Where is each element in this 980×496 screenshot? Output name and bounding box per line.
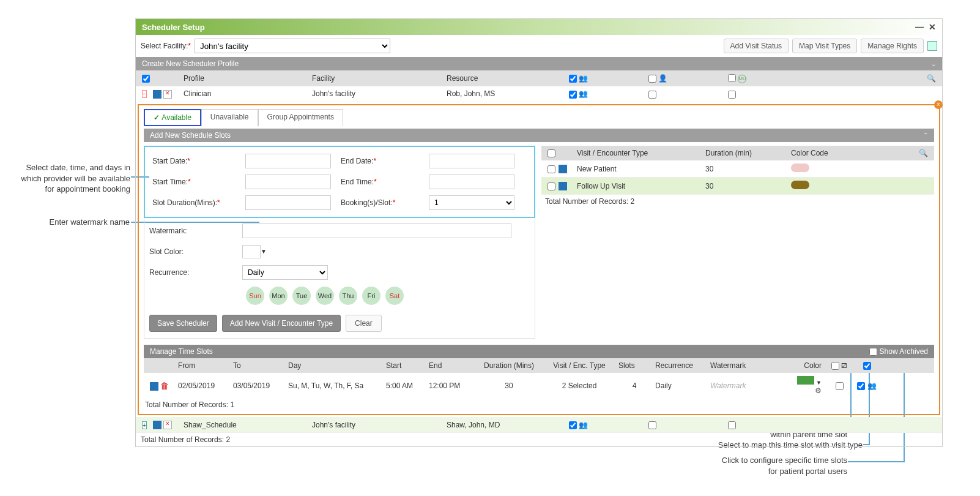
profile-mu-checkbox[interactable]: [728, 91, 736, 99]
schedule-form: Start Date:* End Date:* Start Time:* End…: [144, 146, 535, 339]
configure-subslots-icon[interactable]: ⚙: [815, 386, 822, 395]
expand-icon[interactable]: +: [142, 421, 147, 429]
add-visit-type-button[interactable]: Add New Visit / Encounter Type: [222, 315, 341, 332]
end-date-input[interactable]: [429, 154, 514, 168]
recurrence-label: Recurrence:: [144, 268, 242, 277]
profile-name: Clinician: [181, 88, 310, 99]
edit-icon[interactable]: [153, 90, 161, 99]
mts-recurrence: Daily: [653, 380, 708, 391]
day-mon[interactable]: Mon: [269, 287, 288, 305]
portal-icon: 👥: [867, 381, 877, 390]
facility-select[interactable]: John's facility: [195, 39, 390, 53]
mts-day: Su, M, Tu, W, Th, F, Sa: [286, 380, 384, 391]
day-wed[interactable]: Wed: [316, 287, 334, 305]
visit-row-checkbox[interactable]: [548, 165, 555, 173]
mts-map-checkbox[interactable]: [836, 382, 844, 390]
day-sun[interactable]: Sun: [246, 287, 264, 305]
recurrence-select[interactable]: Daily: [242, 265, 328, 280]
mts-start: 5:00 AM: [384, 380, 426, 391]
visit-row-checkbox[interactable]: [548, 182, 555, 190]
annotation-portal-slots: Click to configure specific time slots f…: [719, 455, 847, 476]
tab-available[interactable]: Available: [144, 109, 201, 126]
day-sat[interactable]: Sat: [385, 287, 404, 305]
day-fri[interactable]: Fri: [362, 287, 380, 305]
facility-toolbar: Select Facility:* John's facility Add Vi…: [136, 35, 942, 57]
select-all-profiles-checkbox[interactable]: [142, 75, 150, 83]
mts-col-start: Start: [384, 360, 426, 371]
profile-group-checkbox[interactable]: [648, 421, 656, 429]
vt-col-color: Color Code: [789, 148, 862, 159]
collapse-icon[interactable]: −: [142, 90, 147, 98]
tabs-row: Available Unavailable Group Appointments: [139, 105, 939, 126]
save-scheduler-button[interactable]: Save Scheduler: [149, 315, 217, 332]
col-people-checkbox[interactable]: [569, 75, 577, 83]
minimize-button[interactable]: —: [915, 22, 924, 32]
tab-group-appointments[interactable]: Group Appointments: [258, 109, 343, 126]
trash-icon[interactable]: 🗑: [160, 381, 169, 391]
mts-portal-all-checkbox[interactable]: [863, 362, 871, 370]
vt-col-duration: Duration (min): [703, 148, 789, 159]
profile-mu-checkbox[interactable]: [728, 421, 736, 429]
mts-color-swatch[interactable]: [797, 376, 814, 385]
mts-col-end: End: [426, 360, 475, 371]
clear-button[interactable]: Clear: [346, 315, 382, 332]
slot-duration-input[interactable]: [245, 195, 331, 210]
manage-rights-button[interactable]: Manage Rights: [861, 39, 924, 53]
delete-icon[interactable]: [163, 90, 172, 99]
mts-col-visit: Visit / Enc. Type: [543, 360, 616, 371]
edit-icon[interactable]: [150, 382, 158, 391]
day-thu[interactable]: Thu: [339, 287, 357, 305]
profiles-total: Total Number of Records: 2: [136, 433, 942, 446]
add-visit-status-button[interactable]: Add Visit Status: [724, 39, 789, 53]
col-facility: Facility: [310, 73, 444, 84]
bookings-label: Booking(s)/Slot:*: [331, 198, 429, 207]
close-button[interactable]: ✕: [929, 22, 936, 32]
mts-col-watermark: Watermark: [708, 360, 787, 371]
show-archived-checkbox[interactable]: [869, 348, 877, 356]
copy-icon[interactable]: [927, 41, 937, 51]
start-time-label: Start Time:*: [147, 178, 245, 186]
bookings-select[interactable]: 1: [429, 195, 514, 210]
start-date-label: Start Date:*: [147, 157, 245, 165]
mts-col-recurrence: Recurrence: [653, 360, 708, 371]
people-icon: 👥: [579, 74, 588, 83]
delete-icon[interactable]: [163, 421, 172, 429]
map-visit-types-button[interactable]: Map Visit Types: [792, 39, 857, 53]
vt-name: Follow Up Visit: [574, 181, 703, 192]
mts-portal-checkbox[interactable]: [857, 382, 865, 390]
watermark-input[interactable]: [242, 224, 511, 238]
edit-icon[interactable]: [559, 182, 567, 190]
mts-title: Manage Time Slots: [150, 347, 213, 356]
mts-visit: 2 Selected: [543, 380, 616, 391]
search-icon[interactable]: 🔍: [927, 74, 936, 83]
search-icon[interactable]: 🔍: [919, 149, 928, 157]
edit-icon[interactable]: [559, 165, 567, 173]
end-date-label: End Date:*: [331, 157, 429, 165]
profile-facility: John's facility: [310, 88, 444, 99]
visit-select-all[interactable]: [548, 149, 555, 157]
watermark-label: Watermark:: [144, 227, 242, 235]
mts-share-all-checkbox[interactable]: [831, 362, 839, 370]
visit-row: New Patient 30: [541, 160, 934, 178]
group-icon: 👤: [658, 74, 667, 83]
day-tue[interactable]: Tue: [292, 287, 311, 305]
profile-people-checkbox[interactable]: [569, 91, 577, 99]
start-date-input[interactable]: [245, 154, 331, 168]
section-collapse-icon[interactable]: ⌄: [931, 61, 936, 67]
profile-group-checkbox[interactable]: [648, 91, 656, 99]
edit-icon[interactable]: [153, 421, 161, 429]
profile-row: + Shaw_Schedule John's facility Shaw, Jo…: [136, 417, 942, 433]
frame-close-icon[interactable]: ×: [934, 100, 943, 109]
col-mu-checkbox[interactable]: [728, 74, 736, 82]
collapse-add-slots-icon[interactable]: ⌃: [923, 132, 928, 138]
mts-slots: 4: [616, 380, 653, 391]
tab-unavailable[interactable]: Unavailable: [201, 109, 258, 126]
profile-people-checkbox[interactable]: [569, 421, 577, 429]
people-icon: 👥: [579, 89, 588, 98]
col-group-checkbox[interactable]: [648, 75, 656, 83]
vt-color-swatch: [791, 181, 809, 189]
start-time-input[interactable]: [245, 175, 331, 189]
slot-color-picker[interactable]: [242, 245, 261, 258]
end-time-input[interactable]: [429, 175, 514, 189]
main-panel: Scheduler Setup — ✕ Select Facility:* Jo…: [135, 18, 943, 447]
